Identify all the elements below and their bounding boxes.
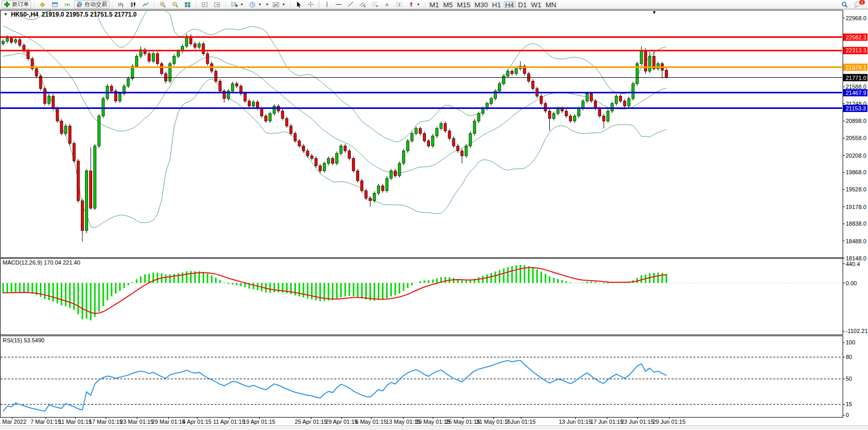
equidistant-channel-button[interactable]: E	[357, 1, 368, 8]
chart-shift-marker[interactable]: ▼	[652, 10, 657, 15]
new-order-label: 新订单	[12, 1, 29, 8]
chart-shift-icon	[214, 1, 221, 8]
timeframe-m1[interactable]: M1	[428, 1, 441, 8]
period-button[interactable]: ▼	[247, 1, 264, 8]
svg-text:11 Apr 01:15: 11 Apr 01:15	[213, 419, 245, 425]
svg-text:80: 80	[846, 354, 852, 360]
rsi-indicator-label: RSI(15) 53.5490	[3, 337, 45, 343]
svg-text:1 Mar 2022: 1 Mar 2022	[0, 419, 26, 425]
notification-badge: 1	[859, 0, 865, 5]
market-watch-button[interactable]	[49, 1, 61, 8]
vertical-line-button[interactable]	[322, 1, 332, 8]
arrows-button[interactable]: ▼	[406, 1, 422, 8]
timeframe-m5[interactable]: M5	[442, 1, 454, 8]
svg-text:17 Jun 01:15: 17 Jun 01:15	[590, 419, 623, 425]
zoom-in-button[interactable]	[157, 1, 168, 8]
timeframe-h4[interactable]: H4	[504, 1, 516, 8]
macd-indicator-label: MACD(12,26,9) 170.04 221.40	[3, 259, 80, 266]
new-chart-icon	[231, 1, 238, 8]
candlestick-chart-button[interactable]	[127, 1, 139, 8]
svg-text:18838.0: 18838.0	[846, 220, 866, 227]
tile-windows-icon	[184, 1, 191, 8]
indicators-button[interactable]: ▼	[270, 1, 288, 8]
svg-text:440.4: 440.4	[846, 261, 860, 267]
signals-button[interactable]	[62, 1, 73, 8]
svg-text:19178.0: 19178.0	[846, 204, 866, 210]
svg-text:19 May 01:15: 19 May 01:15	[416, 419, 450, 425]
cursor-button[interactable]	[293, 1, 304, 8]
svg-text:13 Jun 01:15: 13 Jun 01:15	[559, 419, 592, 425]
svg-text:T: T	[398, 3, 401, 7]
equidistant-channel-icon: E	[359, 1, 366, 8]
bar-chart-icon	[117, 1, 124, 8]
text-button[interactable]: A	[382, 1, 392, 8]
indicators-icon	[272, 1, 280, 8]
horizontal-line-icon	[335, 1, 342, 8]
chart-dropdown-icon[interactable]: ▼	[4, 12, 8, 17]
profiles-icon	[39, 1, 46, 8]
market-watch-icon	[51, 1, 59, 8]
new-order-button[interactable]: 新订单	[2, 1, 31, 8]
svg-text:23 Jun 01:15: 23 Jun 01:15	[621, 419, 654, 425]
chart-ohlc-values: 21919.0 21957.5 21751.5 21771.0	[41, 11, 137, 18]
vertical-line-icon	[324, 1, 330, 8]
auto-scroll-button[interactable]	[199, 1, 210, 8]
timeframe-m30[interactable]: M30	[473, 1, 490, 8]
text-label-button[interactable]: T	[393, 1, 405, 8]
bar-chart-button[interactable]	[115, 1, 126, 8]
trendline-button[interactable]	[345, 1, 356, 8]
new-order-plus-icon	[4, 1, 10, 8]
chart-shift-button[interactable]	[211, 1, 223, 8]
autotrade-button[interactable]: 自动交易	[74, 1, 109, 8]
svg-text:E: E	[364, 5, 366, 8]
line-chart-button[interactable]	[140, 1, 151, 8]
svg-text:22968.0: 22968.0	[846, 15, 866, 21]
trendline-icon	[347, 1, 354, 8]
horizontal-line-button[interactable]	[333, 1, 344, 8]
svg-text:0.00: 0.00	[846, 280, 857, 286]
autotrade-label: 自动交易	[84, 1, 107, 8]
svg-text:21771.0: 21771.0	[846, 75, 866, 81]
crosshair-button[interactable]	[305, 1, 316, 8]
svg-text:100: 100	[846, 339, 855, 345]
arrows-icon	[408, 1, 415, 8]
timeframe-mn[interactable]: MN	[544, 1, 558, 8]
svg-text:21588.0: 21588.0	[846, 84, 866, 90]
fibonacci-button[interactable]: F	[369, 1, 381, 8]
new-chart-button[interactable]: ▼	[229, 1, 246, 8]
svg-text:20558.0: 20558.0	[846, 135, 866, 141]
svg-text:17 Mar 01:15: 17 Mar 01:15	[89, 419, 123, 425]
auto-scroll-icon	[201, 1, 208, 8]
zoom-out-button[interactable]	[169, 1, 181, 8]
svg-text:29 Apr 01:15: 29 Apr 01:15	[325, 419, 358, 425]
search-button[interactable]	[839, 1, 850, 8]
svg-text:7 Mar 01:15: 7 Mar 01:15	[31, 419, 61, 425]
profiles-button[interactable]	[37, 1, 48, 8]
svg-text:29 Mar 01:15: 29 Mar 01:15	[152, 419, 186, 425]
svg-text:F: F	[376, 5, 378, 8]
svg-text:-1102.21: -1102.21	[846, 328, 868, 334]
timeframe-h1[interactable]: H1	[491, 1, 503, 8]
tile-windows-button[interactable]	[182, 1, 193, 8]
svg-text:19868.0: 19868.0	[846, 169, 866, 175]
svg-text:19528.0: 19528.0	[846, 186, 866, 192]
new-chart-caret-icon: ▼	[240, 3, 244, 6]
timeframe-d1[interactable]: D1	[517, 1, 529, 8]
autotrade-globe-icon	[76, 1, 83, 8]
timeframe-m15[interactable]: M15	[456, 1, 472, 8]
svg-text:20898.0: 20898.0	[846, 118, 866, 124]
timeframe-w1[interactable]: W1	[530, 1, 543, 8]
line-chart-icon	[142, 1, 149, 8]
svg-text:6 May 01:15: 6 May 01:15	[355, 419, 387, 425]
candlestick-chart-icon	[130, 1, 137, 8]
price-chart[interactable]: 22968.021588.021248.020898.020558.020208…	[0, 0, 868, 430]
svg-text:25 Apr 01:15: 25 Apr 01:15	[295, 419, 327, 425]
svg-text:15: 15	[846, 401, 852, 407]
crosshair-icon	[307, 1, 314, 8]
zoom-out-icon	[172, 1, 179, 8]
templates-caret-icon[interactable]: ▼	[265, 3, 269, 6]
svg-text:0: 0	[846, 412, 849, 418]
chart-symbol-period: HK50-,H4	[11, 11, 38, 18]
svg-text:A: A	[385, 2, 388, 7]
status-bar	[0, 425, 868, 430]
